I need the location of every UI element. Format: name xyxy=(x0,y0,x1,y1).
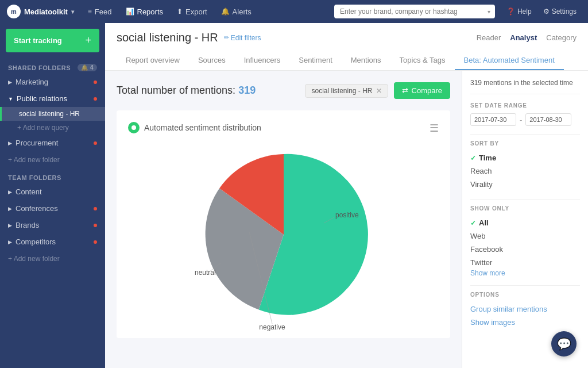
bell-icon: 🔔 xyxy=(81,64,88,71)
nav-settings[interactable]: ⚙ Settings xyxy=(539,0,581,23)
logo-chevron-icon: ▾ xyxy=(71,9,74,15)
chevron-right-icon: ▶ xyxy=(8,206,12,212)
nav-reports[interactable]: 📊 Reports xyxy=(120,0,169,23)
show-facebook[interactable]: Facebook xyxy=(470,243,580,256)
reports-icon: 📊 xyxy=(126,7,134,16)
chevron-right-icon: ▶ xyxy=(8,239,12,245)
settings-icon: ⚙ xyxy=(543,7,550,16)
tab-sources[interactable]: Sources xyxy=(189,51,235,70)
sort-virality[interactable]: Virality xyxy=(470,178,580,191)
nav-help[interactable]: ❓ Help xyxy=(502,0,536,23)
nav-export[interactable]: ⬆ Export xyxy=(171,0,213,23)
nav-feed[interactable]: ≡ Feed xyxy=(82,0,118,23)
sidebar-folder-marketing[interactable]: ▶ Marketing xyxy=(0,74,105,90)
app-logo[interactable]: m Mediatoolkit ▾ xyxy=(7,5,74,18)
checkmark-icon: ✓ xyxy=(470,154,476,162)
chevron-right-icon: ▶ xyxy=(8,223,12,228)
rp-date-range-section: SET DATE RANGE - xyxy=(470,102,580,126)
chat-icon: 💬 xyxy=(557,337,571,351)
label-neutral: neutral xyxy=(195,269,216,277)
start-tracking-button[interactable]: Start tracking + xyxy=(6,29,99,52)
notification-dot xyxy=(94,80,97,84)
tab-mentions[interactable]: Mentions xyxy=(342,51,390,70)
chart-menu-button[interactable]: ☰ xyxy=(430,122,439,135)
compare-icon: ⇄ xyxy=(402,86,408,95)
tab-topics-tags[interactable]: Topics & Tags xyxy=(390,51,455,70)
logo-circle: m xyxy=(7,5,21,18)
label-positive: positive xyxy=(335,211,359,219)
chart-title: Automated sentiment distribution xyxy=(128,122,439,133)
mentions-bar: Total number of mentions: 319 social lis… xyxy=(117,82,450,99)
header-top-row: social listening - HR ✏ Edit filters Rea… xyxy=(117,31,577,44)
sidebar-folder-procurement[interactable]: ▶ Procurement xyxy=(0,135,105,151)
add-shared-folder-button[interactable]: + Add new folder xyxy=(0,151,105,168)
main-header: social listening - HR ✏ Edit filters Rea… xyxy=(105,23,588,71)
tab-sentiment[interactable]: Sentiment xyxy=(289,51,342,70)
edit-filters-link[interactable]: ✏ Edit filters xyxy=(224,34,261,42)
rp-divider xyxy=(470,134,580,135)
view-tab-analyst[interactable]: Analyst xyxy=(510,32,537,43)
chevron-right-icon: ▶ xyxy=(8,189,12,195)
view-tabs: Reader Analyst Category xyxy=(477,32,577,43)
option-show-images[interactable]: Show images xyxy=(470,316,580,329)
search-input[interactable] xyxy=(334,5,495,18)
sort-reach[interactable]: Reach xyxy=(470,164,580,178)
chart-section: Automated sentiment distribution ☰ xyxy=(117,110,450,338)
menu-icon: ☰ xyxy=(430,122,439,134)
search-chevron-icon: ▾ xyxy=(488,9,490,15)
help-icon: ❓ xyxy=(506,7,515,16)
edit-icon: ✏ xyxy=(224,34,229,41)
sort-time[interactable]: ✓ Time xyxy=(470,151,580,164)
rp-divider-2 xyxy=(470,199,580,200)
view-tab-reader[interactable]: Reader xyxy=(477,32,501,43)
team-folders-header: TEAM FOLDERS xyxy=(0,168,105,183)
notification-dot xyxy=(94,207,97,210)
right-panel: 319 mentions in the selected time SET DA… xyxy=(462,71,588,368)
rp-divider-3 xyxy=(470,285,580,286)
label-negative: negative xyxy=(259,323,285,331)
sidebar-folder-content[interactable]: ▶ Content xyxy=(0,183,105,200)
pie-chart-container: positive neutral negative xyxy=(128,143,439,327)
tab-automated-sentiment[interactable]: Beta: Automated Sentiment xyxy=(455,51,564,70)
tab-influencers[interactable]: Influencers xyxy=(235,51,290,70)
sidebar-add-query[interactable]: + Add new query xyxy=(0,121,105,135)
nav-right-group: ❓ Help ⚙ Settings xyxy=(502,0,581,23)
alerts-icon: 🔔 xyxy=(221,7,230,16)
option-group-similar[interactable]: Group similar mentions xyxy=(470,302,580,316)
rp-sort-section: SORT BY ✓ Time Reach Virality xyxy=(470,140,580,191)
date-from-input[interactable] xyxy=(470,113,516,126)
filter-tag-remove[interactable]: ✕ xyxy=(376,87,382,95)
search-bar: ▾ xyxy=(334,5,495,18)
date-to-input[interactable] xyxy=(525,113,571,126)
plus-icon: + xyxy=(85,34,91,47)
sidebar-folder-brands[interactable]: ▶ Brands xyxy=(0,217,105,233)
main-tabs: Report overview Sources Influencers Sent… xyxy=(117,51,577,70)
chevron-down-icon: ▼ xyxy=(8,96,13,102)
notification-dot xyxy=(94,240,97,244)
nav-alerts[interactable]: 🔔 Alerts xyxy=(215,0,257,23)
top-navigation: m Mediatoolkit ▾ ≡ Feed 📊 Reports ⬆ Expo… xyxy=(0,0,588,23)
show-more-link[interactable]: Show more xyxy=(470,269,580,277)
tab-report-overview[interactable]: Report overview xyxy=(117,51,189,70)
notification-dot xyxy=(94,97,97,101)
notification-dot xyxy=(94,141,97,145)
rp-mentions-count: 319 mentions in the selected time xyxy=(470,79,580,94)
shared-folders-header: SHARED FOLDERS 🔔 4 xyxy=(0,58,105,74)
filter-tag: social listening - HR ✕ xyxy=(305,84,388,98)
add-team-folder-button[interactable]: + Add new folder xyxy=(0,250,105,267)
sidebar-folder-public-relations[interactable]: ▼ Public relations xyxy=(0,90,105,107)
content-main: Total number of mentions: 319 social lis… xyxy=(105,71,462,368)
show-twitter[interactable]: Twitter xyxy=(470,256,580,269)
compare-button[interactable]: ⇄ Compare xyxy=(394,82,450,99)
sidebar-folder-conferences[interactable]: ▶ Conferences xyxy=(0,200,105,217)
show-web[interactable]: Web xyxy=(470,229,580,243)
view-tab-category[interactable]: Category xyxy=(546,32,577,43)
chevron-right-icon: ▶ xyxy=(8,140,12,146)
sidebar-active-query[interactable]: social listening - HR xyxy=(0,107,105,121)
chart-icon xyxy=(128,122,140,133)
page-title: social listening - HR ✏ Edit filters xyxy=(117,31,261,44)
rp-date-range: - xyxy=(470,113,580,126)
chat-bubble-button[interactable]: 💬 xyxy=(551,331,577,356)
sidebar-folder-competitors[interactable]: ▶ Competitors xyxy=(0,233,105,250)
show-all[interactable]: ✓ All xyxy=(470,216,580,229)
